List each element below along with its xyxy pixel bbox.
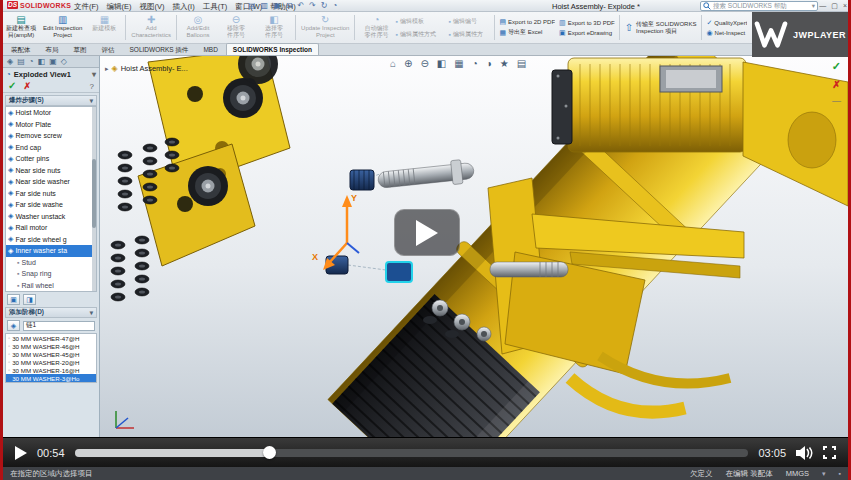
edit-appearance-icon[interactable]: ★ xyxy=(500,58,509,69)
undo-icon[interactable]: ↶ xyxy=(297,1,304,10)
minimize-button[interactable]: — xyxy=(819,2,826,10)
send-to-inspection-button[interactable]: ⇧ 传输至 SOLIDWORKS Inspection 项目 xyxy=(622,13,700,42)
component-item[interactable]: ◦ 30 MM WASHER-16@H xyxy=(6,366,96,374)
command-tab[interactable]: 评估 xyxy=(95,43,122,55)
confirm-icon[interactable]: ✓ xyxy=(832,60,841,73)
view-orientation-icon[interactable]: ▦ xyxy=(454,58,463,69)
chain-input[interactable]: 链1 xyxy=(23,321,95,331)
menu-item[interactable]: 编辑(E) xyxy=(107,2,132,12)
flyout-feature-tree[interactable]: ▸ ◈ Hoist Assembly- E... xyxy=(105,64,188,73)
cancel-icon[interactable]: ✗ xyxy=(832,79,840,90)
hide-show-items-icon[interactable]: ◑ xyxy=(486,58,492,69)
remove-balloons-button[interactable]: ⊖ 移除零 件序号 xyxy=(217,13,255,42)
menu-item[interactable]: 视图(V) xyxy=(140,2,165,12)
menu-item[interactable]: 插入(I) xyxy=(173,2,195,12)
command-tab[interactable]: 装配体 xyxy=(4,43,38,55)
explode-step-item[interactable]: ◈ Inner washer sta xyxy=(6,245,96,257)
dimxpert-tab-icon[interactable]: ◧ xyxy=(38,57,46,66)
fullscreen-button[interactable] xyxy=(823,446,836,459)
component-item[interactable]: ◦ 30 MM WASHER-45@H xyxy=(6,350,96,358)
explode-step-item[interactable]: ◈ Hoist Motor xyxy=(6,107,96,119)
inspection-tab-icon[interactable]: ◇ xyxy=(61,57,67,66)
component-item[interactable]: ◦ 30 MM WASHER-46@H xyxy=(6,342,96,350)
zoom-out-icon[interactable]: ⊖ xyxy=(420,58,428,69)
help-search[interactable]: 搜索 SOLIDWORKS 帮助 ▾ xyxy=(700,1,818,11)
graphics-area[interactable]: Y X ▸ ◈ Hoist Assembly- E... ⌂ ⊕ ⊖ ◧ ▦ ◔… xyxy=(100,56,848,437)
features-tab-icon[interactable]: ◈ xyxy=(7,57,13,66)
explode-step-item[interactable]: ◈ Far side nuts xyxy=(6,188,96,200)
properties-tab-icon[interactable]: ▤ xyxy=(17,57,25,66)
selected-stud[interactable] xyxy=(386,262,412,282)
rail-wheel[interactable] xyxy=(223,78,263,118)
play-button[interactable] xyxy=(15,446,27,460)
explode-step-item[interactable]: ◈ Far side washe xyxy=(6,199,96,211)
add-edit-balloons-button[interactable]: ◎ Add/Edit Balloons xyxy=(179,13,217,42)
expand-arrow-icon[interactable]: ▸ xyxy=(105,65,109,73)
open-icon[interactable]: ▥ xyxy=(261,1,269,10)
explode-step-item[interactable]: ◈ Remove screw xyxy=(6,130,96,142)
command-tab[interactable]: 布局 xyxy=(39,43,66,55)
chevron-down-icon[interactable]: ▾ xyxy=(812,2,815,10)
menu-item[interactable]: 工具(T) xyxy=(203,2,228,12)
section-view-icon[interactable]: ◧ xyxy=(437,58,446,69)
explode-step-item[interactable]: ◈ End cap xyxy=(6,142,96,154)
command-tab[interactable]: SOLIDWORKS Inspection xyxy=(226,43,319,55)
edit-inspection-project-button[interactable]: ▥ Edit Inspection Project xyxy=(40,13,85,42)
units-dropdown-icon[interactable]: ▾ xyxy=(822,470,826,478)
add-step-header[interactable]: 添加阶梯(D)▾ xyxy=(5,307,97,318)
new-template-button[interactable]: ▦ 新建模板 xyxy=(85,13,123,42)
chevron-down-icon[interactable]: ▾ xyxy=(92,70,96,79)
big-play-button[interactable] xyxy=(394,209,460,256)
explode-step-item[interactable]: ◈ Rail motor xyxy=(6,222,96,234)
reorder-step-button[interactable]: ▣ xyxy=(7,294,20,305)
save-icon[interactable]: ▣ xyxy=(273,1,281,10)
update-inspection-project-button[interactable]: ↻ Update Inspection Project xyxy=(298,13,352,42)
redo-icon[interactable]: ↷ xyxy=(309,1,316,10)
zoom-fit-icon[interactable]: ⌂ xyxy=(390,58,396,69)
edit-number-button[interactable]: ▪编辑编号 xyxy=(448,15,492,28)
select-balloons-button[interactable]: ◧ 选择零 件序号 xyxy=(255,13,293,42)
explode-step-item[interactable]: ▪ Stud xyxy=(6,257,96,269)
component-item[interactable]: ◦ 30 MM WASHER-3@Ho xyxy=(6,374,96,382)
explode-step-item[interactable]: ◈ Far side wheel g xyxy=(6,234,96,246)
cancel-button[interactable]: ✗ xyxy=(23,81,31,91)
display-manager-tab-icon[interactable]: ▣ xyxy=(49,57,57,66)
close-button[interactable]: × xyxy=(843,2,847,10)
delete-step-button[interactable]: ◨ xyxy=(23,294,36,305)
rebuild-icon[interactable]: ↻ xyxy=(321,1,328,10)
explode-step-item[interactable]: ◈ Motor Plate xyxy=(6,119,96,131)
new-inspection-project-button[interactable]: ▤ 新建检查项 目(ampM) xyxy=(2,13,40,42)
edit-attr-button[interactable]: ▪编辑属性方 xyxy=(448,28,492,41)
volume-button[interactable] xyxy=(796,446,813,460)
scrollbar-thumb[interactable] xyxy=(92,159,96,229)
explode-step-item[interactable]: ◈ Cotter pins xyxy=(6,153,96,165)
units-selector[interactable]: MMGS xyxy=(786,469,809,478)
component-item[interactable]: ◦ 30 MM WASHER-47@H xyxy=(6,334,96,342)
new-document-icon[interactable]: ▤ xyxy=(248,1,256,10)
scene-icon[interactable]: ▤ xyxy=(517,58,526,69)
add-characteristics-button[interactable]: ✚ Add Characteristics xyxy=(128,13,174,42)
explode-step-item[interactable]: ◈ Near side washer xyxy=(6,176,96,188)
component-item[interactable]: ◦ 30 MM WASHER-20@H xyxy=(6,358,96,366)
export-edrawing-button[interactable]: ▣Export eDrawing xyxy=(559,29,615,36)
edit-attr-mode-button[interactable]: ▪编辑属性方式 xyxy=(395,28,445,41)
export-3d-pdf-button[interactable]: ▥Export to 3D PDF xyxy=(559,19,615,26)
ok-button[interactable]: ✓ xyxy=(8,81,16,91)
explode-step-item[interactable]: ▪ Snap ring xyxy=(6,268,96,280)
collapse-icon[interactable]: — xyxy=(832,96,841,106)
options-icon[interactable]: ◔ xyxy=(333,1,338,10)
qualityxpert-button[interactable]: ✓QualityXpert xyxy=(706,19,747,26)
edit-template-button[interactable]: ▪编辑模板 xyxy=(395,15,445,28)
net-inspect-button[interactable]: ◉Net-Inspect xyxy=(706,29,747,36)
export-excel-button[interactable]: ▦导出至 Excel xyxy=(499,28,555,37)
explode-step-item[interactable]: ◈ Near side nuts xyxy=(6,165,96,177)
export-2d-pdf-button[interactable]: ▤Export to 2D PDF xyxy=(499,18,555,25)
auto-balloon-button[interactable]: ◔ 自动编排 零件序号 xyxy=(357,13,395,42)
print-icon[interactable]: ⊟ xyxy=(286,1,293,10)
zoom-in-icon[interactable]: ⊕ xyxy=(404,58,412,69)
progress-bar[interactable] xyxy=(75,449,749,457)
help-icon[interactable]: ? xyxy=(90,82,94,91)
scrollbar[interactable] xyxy=(92,107,96,291)
display-style-icon[interactable]: ◔ xyxy=(472,58,478,69)
command-tab[interactable]: 草图 xyxy=(67,43,94,55)
